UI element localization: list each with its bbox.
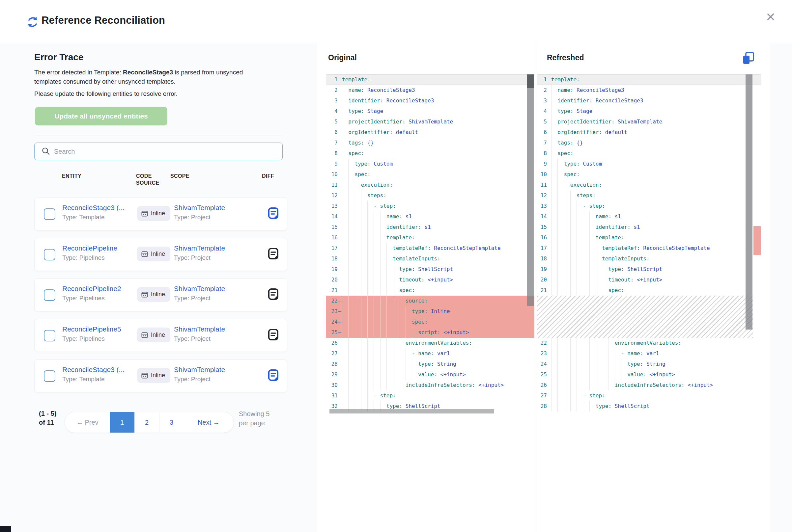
code-line: 12steps: <box>537 190 761 201</box>
code-line: 10spec: <box>537 169 761 180</box>
code-line: 15identifier: s1 <box>537 222 761 232</box>
entity-link[interactable]: ReconcileStage3 (... <box>62 366 125 374</box>
scope-link[interactable]: ShivamTemplate <box>174 325 225 333</box>
refreshed-vertical-scrollbar[interactable] <box>745 74 753 329</box>
scope-link[interactable]: ShivamTemplate <box>174 366 225 374</box>
code-line: 7tags: {} <box>326 138 534 148</box>
original-vertical-scrollbar[interactable] <box>527 74 534 306</box>
code-line: 20timeout: <+input> <box>326 274 534 285</box>
code-line: 21spec: <box>326 285 534 296</box>
code-source-label: Inline <box>151 331 165 338</box>
code-source-badge: Inline <box>137 206 170 221</box>
row-checkbox[interactable] <box>44 370 55 382</box>
row-checkbox[interactable] <box>44 289 55 301</box>
code-line: 26includeInfraSelectors: <+input> <box>537 380 761 391</box>
code-line: 26environmentVariables: <box>326 338 534 348</box>
row-checkbox[interactable] <box>44 249 55 261</box>
code-line: 5projectIdentifier: ShivamTemplate <box>326 116 534 127</box>
column-header-diff: DIFF <box>262 172 274 179</box>
code-line: 27- step: <box>537 391 761 401</box>
code-line: 19type: ShellScript <box>537 264 761 274</box>
inline-record-icon <box>141 210 148 217</box>
original-horizontal-scrollbar[interactable] <box>329 409 494 414</box>
code-line: 17templateRef: ReconcileStepTemplate <box>326 243 534 253</box>
code-line: 17templateRef: ReconcileStepTemplate <box>537 243 761 253</box>
original-scrollbar-cap <box>527 74 534 88</box>
pagination-next-button[interactable]: Next → <box>184 412 234 433</box>
diff-note-icon[interactable] <box>268 369 279 382</box>
scope-link[interactable]: ShivamTemplate <box>174 204 225 212</box>
diff-note-icon[interactable] <box>268 248 279 261</box>
code-line: 14name: s1 <box>537 211 761 222</box>
entity-type: Type: Pipelines <box>62 254 105 261</box>
error-description-suffix: is parsed from unsynced <box>173 69 243 76</box>
code-line: 20timeout: <+input> <box>537 274 761 285</box>
pagination-page-1[interactable]: 1 <box>110 412 134 433</box>
error-description-prefix: The error detected in Template: <box>34 69 123 76</box>
entity-link[interactable]: ReconcileStage3 (... <box>62 204 125 212</box>
pagination-prev-button[interactable]: ← Prev <box>65 412 110 433</box>
scope-type: Type: Project <box>174 254 210 261</box>
entity-type: Type: Template <box>62 376 105 383</box>
code-line: 4type: Stage <box>537 106 761 116</box>
search-icon <box>41 147 50 155</box>
code-line: 7tags: {} <box>537 138 761 148</box>
inline-record-icon <box>141 291 148 298</box>
row-checkbox[interactable] <box>44 330 55 341</box>
original-pane-label: Original <box>328 53 357 62</box>
entity-type: Type: Pipelines <box>62 335 105 342</box>
table-row: ReconcilePipeline2Type: PipelinesInlineS… <box>34 279 287 311</box>
code-line: 15identifier: s1 <box>326 222 534 232</box>
panel-divider <box>317 43 317 532</box>
pagination-page-2[interactable]: 2 <box>134 412 159 433</box>
update-all-button[interactable]: Update all unsynced entities <box>35 107 167 126</box>
code-line: 9type: Custom <box>537 159 761 169</box>
diff-overview-marker <box>753 226 761 255</box>
error-description-line2: templates consumed by other unsynced tem… <box>34 78 176 85</box>
code-line: 1template: <box>326 74 534 85</box>
table-row: ReconcileStage3 (...Type: TemplateInline… <box>34 360 287 393</box>
column-header-code-source: CODE SOURCE <box>136 172 162 186</box>
scope-type: Type: Project <box>174 214 210 221</box>
code-line: 31- step: <box>326 391 534 401</box>
diff-note-icon[interactable] <box>268 207 279 220</box>
code-line: 18templateInputs: <box>326 253 534 264</box>
code-line: 22environmentVariables: <box>537 338 761 348</box>
code-line: 28type: ShellScript <box>537 401 761 412</box>
code-line: 23—type: Inline <box>326 306 534 317</box>
scope-type: Type: Project <box>174 376 210 383</box>
diff-note-icon[interactable] <box>268 328 279 342</box>
page-title: Reference Reconciliation <box>41 15 165 26</box>
entity-link[interactable]: ReconcilePipeline2 <box>62 285 121 293</box>
copy-icon[interactable] <box>742 51 755 65</box>
entity-link[interactable]: ReconcilePipeline5 <box>62 325 121 333</box>
code-source-label: Inline <box>151 210 165 217</box>
code-line: 18templateInputs: <box>537 253 761 264</box>
refreshed-code-editor[interactable]: 1template:2name: ReconcileStage33identif… <box>537 74 761 415</box>
code-line: 3identifier: ReconcileStage3 <box>537 95 761 106</box>
scope-link[interactable]: ShivamTemplate <box>174 244 225 252</box>
section-divider <box>34 136 282 136</box>
code-line: 6orgIdentifier: default <box>326 127 534 138</box>
table-row: ReconcilePipelineType: PipelinesInlineSh… <box>34 238 287 271</box>
close-icon[interactable]: ✕ <box>766 11 775 23</box>
code-source-badge: Inline <box>137 247 170 261</box>
code-source-badge: Inline <box>137 327 170 342</box>
code-source-label: Inline <box>151 250 165 258</box>
row-checkbox[interactable] <box>44 208 55 220</box>
code-line: 8spec: <box>537 148 761 159</box>
diff-note-icon[interactable] <box>268 288 279 301</box>
column-header-entity: ENTITY <box>62 172 81 179</box>
pagination-per-page: Showing 5 per page <box>239 409 272 428</box>
diff-collapsed-region <box>537 296 753 338</box>
code-line: 11execution: <box>537 180 761 190</box>
search-input[interactable] <box>53 142 239 160</box>
code-source-label: Inline <box>151 372 165 379</box>
pagination-range: (1 - 5) of 11 <box>39 409 57 427</box>
code-line: 13- step: <box>326 201 534 211</box>
entity-link[interactable]: ReconcilePipeline <box>62 244 117 252</box>
scope-link[interactable]: ShivamTemplate <box>174 285 225 293</box>
original-code-editor[interactable]: 1template:2name: ReconcileStage33identif… <box>326 74 534 415</box>
error-trace-heading: Error Trace <box>34 52 84 62</box>
pagination-page-3[interactable]: 3 <box>159 412 184 433</box>
